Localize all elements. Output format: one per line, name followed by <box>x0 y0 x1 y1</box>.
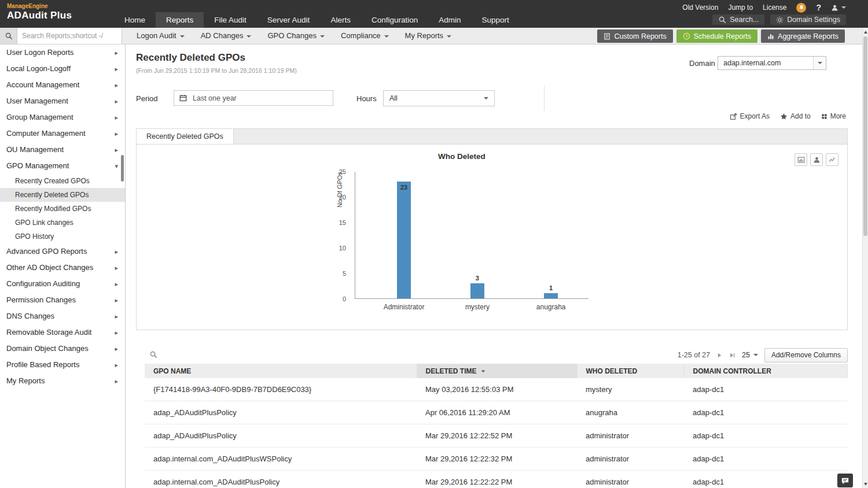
sidebar-item-gpo-link-changes[interactable]: GPO Link changes <box>0 216 125 230</box>
user-menu-button[interactable] <box>831 4 846 12</box>
hours-select[interactable]: All <box>383 90 495 106</box>
sidebar-subitem-label: GPO History <box>15 232 54 241</box>
aggregate-reports-button[interactable]: Aggregate Reports <box>761 29 845 43</box>
chat-feedback-button[interactable] <box>837 474 853 487</box>
chevron-right-icon: ▸ <box>115 324 118 341</box>
header-search-button[interactable]: Search... <box>712 14 764 25</box>
sidebar-item-recently-modified-gpos[interactable]: Recently Modified GPOs <box>0 202 125 216</box>
nav-server-audit[interactable]: Server Audit <box>257 12 321 28</box>
sidebar-scrollbar-thumb[interactable] <box>121 155 124 182</box>
table-search-icon[interactable] <box>149 350 157 358</box>
sidebar-item-profile-based-reports[interactable]: Profile Based Reports▸ <box>0 357 125 373</box>
sidebar-item-user-logon-reports[interactable]: User Logon Reports▸ <box>0 45 125 61</box>
bar-anugraha[interactable] <box>544 293 558 298</box>
menu-ad-changes[interactable]: AD Changes <box>193 28 260 44</box>
menu-label: Logon Audit <box>137 31 176 40</box>
scrollbar-thumb[interactable] <box>863 36 867 236</box>
sidebar-item-label: Advanced GPO Reports <box>6 247 87 256</box>
sidebar-item-local-logon-logoff[interactable]: Local Logon-Logoff▸ <box>0 61 125 77</box>
more-button[interactable]: More <box>821 112 846 120</box>
column-header-domain-controller[interactable]: DOMAIN CONTROLLER <box>684 364 848 378</box>
sidebar-item-gpo-history[interactable]: GPO History <box>0 230 125 243</box>
clock-icon <box>683 32 690 40</box>
schedule-reports-button[interactable]: Schedule Reports <box>676 29 757 43</box>
scroll-down-arrow[interactable] <box>863 480 868 487</box>
column-header-gpo-name[interactable]: GPO NAME <box>145 364 417 378</box>
sidebar-item-label: Computer Management <box>6 129 86 138</box>
sidebar-item-recently-deleted-gpos[interactable]: Recently Deleted GPOs <box>0 188 125 202</box>
sidebar-item-other-ad-object-changes[interactable]: Other AD Object Changes▸ <box>0 260 125 276</box>
add-to-button[interactable]: Add to <box>780 112 811 120</box>
top-utility-row: Old Version Jump to License ? <box>682 2 846 13</box>
chevron-right-icon: ▸ <box>115 77 118 93</box>
search-toggle-button[interactable] <box>0 28 17 44</box>
add-remove-columns-button[interactable]: Add/Remove Columns <box>764 348 848 363</box>
sidebar-item-my-reports[interactable]: My Reports▸ <box>0 373 125 389</box>
menu-gpo-changes[interactable]: GPO Changes <box>259 28 333 44</box>
report-search-input[interactable] <box>17 28 122 44</box>
next-page-button[interactable] <box>716 352 723 358</box>
period-label: Period <box>136 94 158 103</box>
calendar-icon <box>179 94 187 102</box>
table-toolbar: 1-25 of 27 25 Add/Remove Columns <box>145 347 848 363</box>
sidebar-item-label: User Logon Reports <box>6 48 73 57</box>
chevron-right-icon: ▸ <box>115 260 118 276</box>
sidebar-item-advanced-gpo-reports[interactable]: Advanced GPO Reports▸ <box>0 243 125 260</box>
sidebar-item-recently-created-gpos[interactable]: Recently Created GPOs <box>0 174 125 188</box>
menu-compliance[interactable]: Compliance <box>333 28 397 44</box>
sidebar-item-configuration-auditing[interactable]: Configuration Auditing▸ <box>0 276 125 292</box>
bar-mystery[interactable] <box>470 283 484 298</box>
nav-admin[interactable]: Admin <box>428 12 471 28</box>
line-chart-toggle-button[interactable] <box>826 153 838 166</box>
help-button[interactable]: ? <box>816 3 821 12</box>
tab-recently-deleted-gpos[interactable]: Recently Deleted GPOs <box>137 129 234 145</box>
custom-reports-button[interactable]: Custom Reports <box>597 29 672 43</box>
column-header-who-deleted[interactable]: WHO DELETED <box>577 364 684 378</box>
chart-plot: 23Administrator3mystery1anugraha <box>355 172 589 299</box>
sidebar-item-ou-management[interactable]: OU Management▸ <box>0 142 125 158</box>
export-as-button[interactable]: Export As <box>730 112 770 120</box>
notifications-button[interactable] <box>796 3 806 13</box>
bar-chart-toggle-button[interactable] <box>795 153 807 166</box>
license-link[interactable]: License <box>763 3 786 12</box>
nav-home[interactable]: Home <box>114 12 156 28</box>
y-tick-label: 10 <box>339 245 346 252</box>
scroll-up-arrow[interactable] <box>863 28 868 35</box>
sidebar-item-gpo-management[interactable]: GPO Management▾ <box>0 158 125 174</box>
old-version-link[interactable]: Old Version <box>682 3 718 12</box>
chevron-right-icon: ▸ <box>115 125 118 142</box>
domain-select[interactable]: adap.internal.com <box>718 56 826 70</box>
bar-administrator[interactable] <box>397 182 411 298</box>
column-header-deleted-time[interactable]: DELETED TIME <box>417 364 577 378</box>
pagination-range: 1-25 of 27 <box>678 351 710 359</box>
chevron-right-icon: ▸ <box>115 93 118 109</box>
period-picker[interactable]: Last one year <box>174 90 333 106</box>
last-page-button[interactable] <box>729 352 735 358</box>
sidebar-item-removable-storage-audit[interactable]: Removable Storage Audit▸ <box>0 324 125 341</box>
menu-my-reports[interactable]: My Reports <box>397 28 459 44</box>
sidebar-item-group-management[interactable]: Group Management▸ <box>0 109 125 125</box>
menu-logon-audit[interactable]: Logon Audit <box>128 28 193 44</box>
chevron-right-icon: ▸ <box>115 373 118 389</box>
nav-configuration[interactable]: Configuration <box>361 12 428 28</box>
nav-file-audit[interactable]: File Audit <box>204 12 257 28</box>
sidebar-item-account-management[interactable]: Account Management▸ <box>0 77 125 93</box>
cell-gpo-name: {F1741418-99A3-40F0-9DB9-7B7DD6E9C033} <box>145 378 417 401</box>
brand-logo[interactable]: ManageEngine ADAudit Plus <box>7 3 72 21</box>
chart-panel: Who Deleted No.Of GPOs 0510152025 23Admi… <box>136 144 848 330</box>
sidebar-item-user-management[interactable]: User Management▸ <box>0 93 125 109</box>
nav-support[interactable]: Support <box>471 12 519 28</box>
domain-settings-button[interactable]: Domain Settings <box>770 14 846 25</box>
page-scrollbar[interactable] <box>862 28 868 488</box>
page-size-select[interactable]: 25 <box>742 351 758 359</box>
sidebar-item-dns-changes[interactable]: DNS Changes▸ <box>0 308 125 324</box>
jump-to-link[interactable]: Jump to <box>728 3 753 12</box>
sidebar-item-permission-changes[interactable]: Permission Changes▸ <box>0 292 125 308</box>
x-axis-label: anugraha <box>536 303 566 311</box>
user-view-toggle-button[interactable] <box>810 153 823 166</box>
sidebar-item-computer-management[interactable]: Computer Management▸ <box>0 125 125 142</box>
nav-reports[interactable]: Reports <box>156 12 204 28</box>
sidebar-item-domain-object-changes[interactable]: Domain Object Changes▸ <box>0 341 125 357</box>
nav-alerts[interactable]: Alerts <box>320 12 361 28</box>
add-to-label: Add to <box>790 112 811 120</box>
